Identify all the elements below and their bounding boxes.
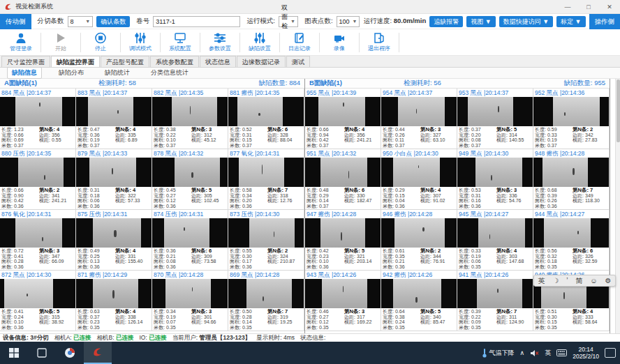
defect-settings-button[interactable]: 缺陷设置 [242, 30, 278, 55]
defect-cell[interactable]: 945 黑点 |20:14:27 长度: 0.33 宽度: 0.19 面积: 0… [457, 210, 533, 271]
defect-thumbnail[interactable] [228, 218, 304, 248]
debug-mode-button[interactable]: 调试模式 [122, 30, 158, 55]
defect-thumbnail[interactable] [533, 97, 609, 127]
keyboard-icon[interactable] [556, 349, 567, 356]
volume-muted-icon[interactable] [530, 349, 539, 357]
defect-cell[interactable]: 879 黑点 |20:14:33 长度: 0.31 宽度: 0.18 面积: 0… [76, 149, 152, 210]
defect-cell[interactable]: 949 黑点 |20:14:30 长度: 0.53 宽度: 0.31 面积: 0… [457, 149, 533, 210]
run-mode-select[interactable]: 双面检测▼ [279, 16, 298, 27]
defect-thumbnail[interactable] [76, 158, 152, 188]
vertical-scrollbar[interactable] [615, 79, 620, 333]
defect-thumbnail[interactable] [0, 279, 75, 309]
defect-cell[interactable]: 946 擦伤 |20:14:28 长度: 0.61 宽度: 0.35 面积: 0… [381, 210, 457, 271]
close-icon[interactable]: ✕ [599, 0, 620, 14]
ime-punctuation-toggle[interactable]: ’ [566, 277, 568, 285]
subtab-defect-statistics[interactable]: 缺陷统计 [101, 68, 134, 78]
subtab-class-info-statistics[interactable]: 分类信息统计 [147, 68, 193, 78]
subtab-defect-info[interactable]: 缺陷信息 [7, 67, 42, 79]
defect-cell[interactable]: 869 黑点 |20:14:28 长度: 0.50 宽度: 0.28 面积: 0… [228, 271, 304, 331]
minimize-icon[interactable]: — [557, 0, 578, 14]
weather-widget[interactable]: 气温下降 [482, 348, 515, 358]
defect-thumbnail[interactable] [457, 97, 533, 127]
defect-cell[interactable]: 881 擦伤 |20:14:35 长度: 0.52 宽度: 0.31 面积: 0… [228, 89, 304, 149]
defect-thumbnail[interactable] [305, 158, 381, 188]
log-record-button[interactable]: 日志记录 [281, 30, 318, 55]
ime-lang-toggle[interactable]: 英 [538, 276, 545, 286]
admin-login-button[interactable]: 管理登录 [3, 30, 39, 55]
ime-emoji-icon[interactable]: ☺ [590, 277, 597, 285]
defect-thumbnail[interactable] [0, 158, 75, 188]
defect-cell[interactable]: 951 黑点 |20:14:32 长度: 0.48 宽度: 0.29 面积: 0… [305, 149, 381, 210]
defect-thumbnail[interactable] [381, 97, 457, 127]
chart-points-select[interactable]: 100▼ [337, 16, 360, 27]
defect-thumbnail[interactable] [305, 97, 381, 127]
notification-center-icon[interactable] [605, 348, 616, 358]
tab-status-info[interactable]: 状态信息 [200, 56, 236, 67]
defect-thumbnail[interactable] [457, 279, 533, 309]
defect-thumbnail[interactable] [152, 218, 228, 248]
defect-cell[interactable]: 875 压伤 |20:14:31 长度: 0.49 宽度: 0.25 面积: 0… [76, 210, 152, 271]
roll-number-input[interactable] [153, 16, 240, 27]
exit-program-button[interactable]: 退出程序 [361, 30, 397, 55]
defect-cell[interactable]: 880 压伤 |20:14:35 长度: 0.66 宽度: 0.90 面积: 0… [0, 149, 76, 210]
defect-thumbnail[interactable] [228, 97, 304, 127]
slit-count-select[interactable]: 8▼ [68, 16, 94, 27]
operator-side-button[interactable]: 操作侧 [589, 14, 620, 29]
defect-cell[interactable]: 941 黑点 |20:14:26 长度: 0.39 宽度: 0.22 面积: 0… [457, 271, 533, 331]
video-record-button[interactable]: 录像 [321, 30, 357, 55]
defect-cell[interactable]: 954 黑点 |20:14:37 长度: 0.44 宽度: 0.26 面积: 0… [381, 89, 457, 149]
tab-product-model-config[interactable]: 产品型号配置 [101, 56, 149, 67]
ime-simplified-toggle[interactable]: 简 [575, 276, 582, 286]
stop-button[interactable]: 停止 [82, 30, 119, 55]
defect-thumbnail[interactable] [76, 97, 152, 127]
defect-thumbnail[interactable] [0, 218, 75, 248]
defect-thumbnail[interactable] [152, 158, 228, 188]
defect-cell[interactable]: 942 擦伤 |20:14:26 长度: 0.64 宽度: 0.38 面积: 0… [381, 271, 457, 331]
tab-size-monitor[interactable]: 尺寸监控界面 [1, 56, 50, 67]
tray-expand-chevron[interactable]: ∧ [520, 349, 525, 356]
defect-cell[interactable]: 878 黑点 |20:14:32 长度: 0.45 宽度: 0.27 面积: 0… [152, 149, 228, 210]
defect-thumbnail[interactable] [305, 218, 381, 248]
defect-thumbnail[interactable] [305, 279, 381, 309]
tab-system-param-config[interactable]: 系统参数配置 [150, 56, 199, 67]
view-menu-button[interactable]: 视图 ▼ [466, 16, 495, 27]
tab-defect-monitor[interactable]: 缺陷监控界面 [51, 56, 100, 67]
defect-thumbnail[interactable] [76, 218, 152, 248]
start-button[interactable]: 开始 [43, 30, 79, 55]
defect-cell[interactable]: 943 黑点 |20:14:26 长度: 0.46 宽度: 0.27 面积: 0… [305, 271, 381, 331]
defect-thumbnail[interactable] [228, 158, 304, 188]
calibration-menu-button[interactable]: 标定 ▼ [556, 16, 585, 27]
browser-app-button[interactable] [56, 342, 84, 364]
parameter-settings-button[interactable]: 参数设置 [202, 30, 238, 55]
ime-indicator[interactable]: 英 [545, 349, 551, 358]
tab-edge-data-record[interactable]: 边缘数据记录 [237, 56, 286, 67]
defect-thumbnail[interactable] [457, 218, 533, 248]
defect-thumbnail[interactable] [381, 158, 457, 188]
defect-cell[interactable]: 870 黑点 |20:14:28 长度: 0.34 宽度: 0.19 面积: 0… [152, 271, 228, 331]
system-config-button[interactable]: 系统配置 [162, 30, 198, 55]
start-button[interactable] [0, 342, 28, 364]
defect-thumbnail[interactable] [76, 279, 152, 309]
maximize-icon[interactable]: □ [578, 0, 599, 14]
ime-settings-gear-icon[interactable]: ⚙ [605, 277, 611, 285]
defect-thumbnail[interactable] [228, 279, 304, 309]
defect-cell[interactable]: 882 黑点 |20:14:35 长度: 0.38 宽度: 0.22 面积: 0… [152, 89, 228, 149]
defect-cell[interactable]: 872 黑点 |20:14:30 长度: 0.41 宽度: 0.24 面积: 0… [0, 271, 76, 331]
defect-thumbnail[interactable] [533, 158, 609, 188]
defect-thumbnail[interactable] [533, 218, 609, 248]
confirm-count-button[interactable]: 确认条数 [96, 16, 130, 27]
defect-thumbnail[interactable] [381, 218, 457, 248]
tab-test[interactable]: 测试 [286, 56, 310, 67]
defect-cell[interactable]: 953 黑点 |20:14:37 长度: 0.37 宽度: 0.20 面积: 0… [457, 89, 533, 149]
defect-cell[interactable]: 944 黑点 |20:14:27 长度: 0.56 宽度: 0.32 面积: 0… [533, 210, 610, 271]
taskbar-clock[interactable]: 20:142025/2/10 [573, 346, 599, 360]
defect-cell[interactable]: 874 压伤 |20:14:31 长度: 0.36 宽度: 0.21 面积: 0… [152, 210, 228, 271]
ime-halfwidth-moon-icon[interactable]: ☽ [552, 277, 559, 285]
vision-app-button[interactable] [84, 342, 112, 364]
defect-thumbnail[interactable] [457, 158, 533, 188]
defect-cell[interactable]: 871 擦伤 |20:14:29 长度: 0.63 宽度: 0.37 面积: 0… [76, 271, 152, 331]
defect-cell[interactable]: 883 黑点 |20:14:37 长度: 0.47 宽度: 0.36 面积: 0… [76, 89, 152, 149]
scrollbar-thumb[interactable] [617, 79, 620, 142]
task-view-button[interactable] [28, 342, 56, 364]
defect-cell[interactable]: 884 黑点 |20:14:37 长度: 1.23 宽度: 0.66 面积: 0… [0, 89, 76, 149]
